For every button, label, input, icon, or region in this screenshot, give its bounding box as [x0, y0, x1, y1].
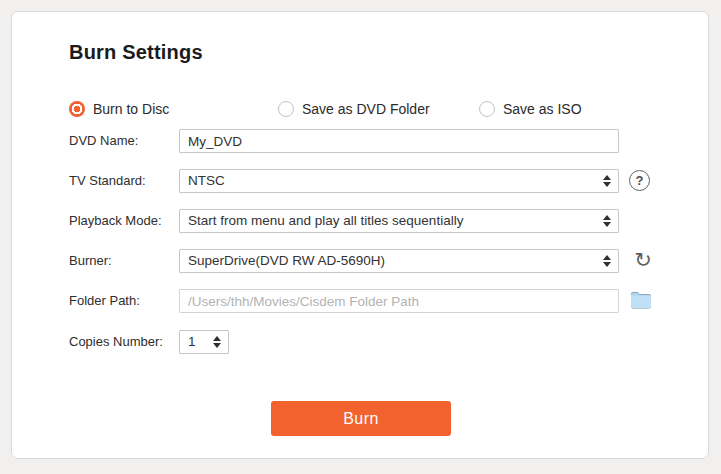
browse-folder-icon[interactable]: [630, 291, 652, 314]
tv-standard-row: TV Standard: NTSC ?: [12, 169, 708, 193]
dvd-name-input[interactable]: [179, 129, 619, 153]
radio-burn-to-disc-label: Burn to Disc: [93, 101, 169, 117]
stepper-updown-arrows-icon[interactable]: [213, 336, 221, 348]
radio-unselected-icon: [479, 101, 495, 117]
radio-save-as-dvd-folder[interactable]: Save as DVD Folder: [278, 100, 430, 118]
radio-save-as-iso-label: Save as ISO: [503, 101, 582, 117]
select-updown-arrows-icon: [603, 255, 611, 267]
copies-number-row: Copies Number: 1: [12, 330, 708, 354]
burn-button[interactable]: Burn: [271, 401, 451, 436]
copies-number-label: Copies Number:: [69, 330, 163, 354]
select-updown-arrows-icon: [603, 175, 611, 187]
burn-settings-panel: Burn Settings Burn to Disc Save as DVD F…: [11, 11, 709, 459]
page-title: Burn Settings: [69, 41, 203, 64]
help-icon[interactable]: ?: [629, 170, 650, 191]
radio-unselected-icon: [278, 101, 294, 117]
radio-save-as-dvd-folder-label: Save as DVD Folder: [302, 101, 430, 117]
refresh-burners-icon[interactable]: ↻: [631, 247, 655, 273]
dvd-name-row: DVD Name:: [12, 129, 708, 153]
burner-label: Burner:: [69, 249, 112, 273]
burner-row: Burner: SuperDrive(DVD RW AD-5690H) ↻: [12, 249, 708, 273]
playback-mode-label: Playback Mode:: [69, 209, 162, 233]
folder-path-label: Folder Path:: [69, 289, 140, 313]
folder-path-row: Folder Path:: [12, 289, 708, 313]
radio-save-as-iso[interactable]: Save as ISO: [479, 100, 582, 118]
radio-selected-icon: [69, 101, 85, 117]
folder-path-input[interactable]: [179, 289, 619, 313]
playback-mode-value: Start from menu and play all titles sequ…: [188, 210, 594, 232]
tv-standard-label: TV Standard:: [69, 169, 146, 193]
select-updown-arrows-icon: [603, 215, 611, 227]
playback-mode-row: Playback Mode: Start from menu and play …: [12, 209, 708, 233]
radio-burn-to-disc[interactable]: Burn to Disc: [69, 100, 169, 118]
playback-mode-select[interactable]: Start from menu and play all titles sequ…: [179, 209, 619, 233]
dvd-name-label: DVD Name:: [69, 129, 138, 153]
tv-standard-value: NTSC: [188, 170, 594, 192]
burner-value: SuperDrive(DVD RW AD-5690H): [188, 250, 594, 272]
tv-standard-select[interactable]: NTSC: [179, 169, 619, 193]
copies-number-value: 1: [188, 331, 196, 353]
copies-number-stepper[interactable]: 1: [179, 330, 229, 354]
burner-select[interactable]: SuperDrive(DVD RW AD-5690H): [179, 249, 619, 273]
